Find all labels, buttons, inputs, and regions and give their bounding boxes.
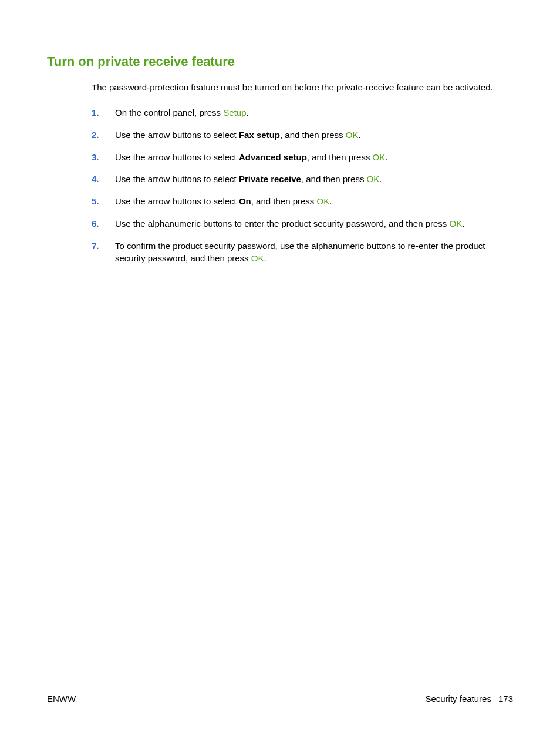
- step-number: 4.: [92, 173, 115, 186]
- action-label: Setup: [223, 107, 246, 117]
- intro-paragraph: The password-protection feature must be …: [92, 81, 513, 93]
- menu-option: Advanced setup: [239, 152, 307, 162]
- step-number: 7.: [92, 240, 115, 266]
- action-label: OK: [367, 174, 380, 184]
- step-text: Use the arrow buttons to select Fax setu…: [115, 129, 513, 142]
- step-item: 3. Use the arrow buttons to select Advan…: [92, 151, 513, 164]
- step-text: To confirm the product security password…: [115, 240, 513, 266]
- step-number: 5.: [92, 195, 115, 208]
- menu-option: On: [239, 196, 251, 206]
- footer-left: ENWW: [47, 694, 76, 704]
- footer-section: Security features: [425, 694, 491, 704]
- action-label: OK: [251, 253, 264, 263]
- action-label: OK: [373, 152, 386, 162]
- step-text: On the control panel, press Setup.: [115, 106, 513, 119]
- menu-option: Fax setup: [239, 130, 280, 140]
- action-label: OK: [450, 219, 463, 228]
- step-number: 6.: [92, 217, 115, 230]
- step-text: Use the arrow buttons to select Advanced…: [115, 151, 513, 164]
- page-footer: ENWW Security features 173: [47, 694, 513, 704]
- action-label: OK: [346, 130, 359, 140]
- step-item: 4. Use the arrow buttons to select Priva…: [92, 173, 513, 186]
- step-item: 1. On the control panel, press Setup.: [92, 106, 513, 119]
- step-text: Use the arrow buttons to select Private …: [115, 173, 513, 186]
- page-number: 173: [498, 694, 513, 704]
- step-item: 2. Use the arrow buttons to select Fax s…: [92, 129, 513, 142]
- footer-right: Security features 173: [425, 694, 513, 704]
- step-text: Use the arrow buttons to select On, and …: [115, 195, 513, 208]
- step-number: 2.: [92, 129, 115, 142]
- step-item: 5. Use the arrow buttons to select On, a…: [92, 195, 513, 208]
- menu-option: Private receive: [239, 174, 301, 184]
- action-label: OK: [317, 196, 330, 206]
- step-item: 7. To confirm the product security passw…: [92, 240, 513, 266]
- step-item: 6. Use the alphanumeric buttons to enter…: [92, 217, 513, 230]
- step-number: 3.: [92, 151, 115, 164]
- section-heading: Turn on private receive feature: [47, 54, 513, 69]
- ordered-steps: 1. On the control panel, press Setup. 2.…: [92, 106, 513, 265]
- step-number: 1.: [92, 106, 115, 119]
- step-text: Use the alphanumeric buttons to enter th…: [115, 217, 513, 230]
